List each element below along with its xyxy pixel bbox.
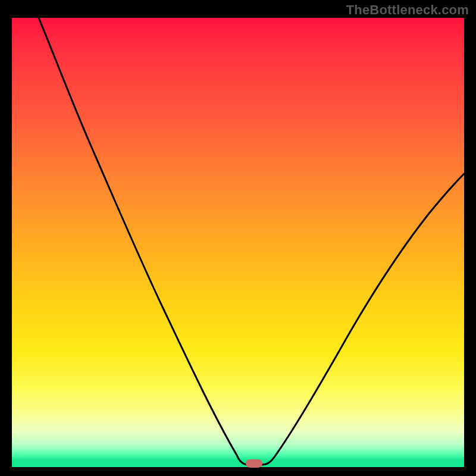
bottleneck-curve	[12, 18, 464, 467]
chart-frame: TheBottleneck.com	[0, 0, 476, 476]
curve-path	[39, 18, 464, 465]
watermark-text: TheBottleneck.com	[346, 2, 469, 18]
gradient-plot-area	[12, 18, 464, 467]
optimal-point-marker	[246, 459, 262, 468]
